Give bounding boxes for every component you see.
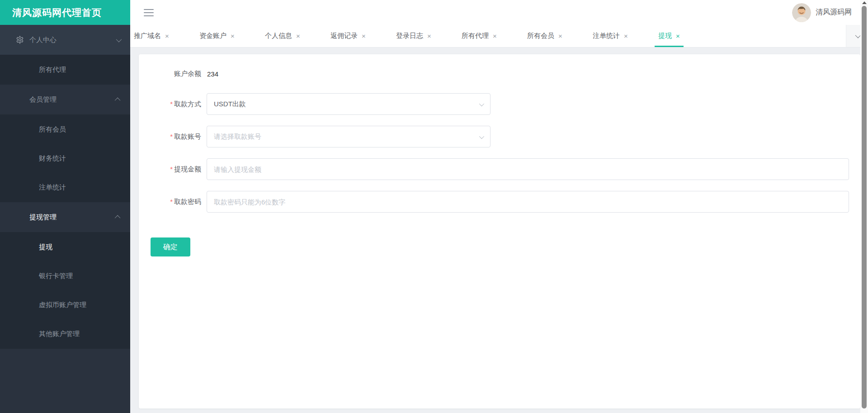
withdraw-method-value: USDT出款 <box>214 100 246 109</box>
tab-bar: 推广域名× 资金账户× 个人信息× 返佣记录× 登录日志× 所有代理× <box>130 25 868 47</box>
withdraw-account-select[interactable]: 请选择取款账号 <box>207 126 491 147</box>
tab-label: 返佣记录 <box>330 32 358 40</box>
account-balance-value: 234 <box>207 70 218 78</box>
hamburger-menu-icon[interactable] <box>144 9 154 16</box>
chevron-up-icon <box>115 215 121 221</box>
close-icon[interactable]: × <box>493 33 497 39</box>
tab-all-members[interactable]: 所有会员× <box>524 25 589 47</box>
required-mark: * <box>170 198 173 205</box>
sidebar-item-all-members[interactable]: 所有会员 <box>0 115 130 144</box>
form-row-withdraw-amount: *提现金额 <box>151 158 849 180</box>
site-logo-title: 清风源码网代理首页 <box>0 0 130 25</box>
tab-all-agents[interactable]: 所有代理× <box>458 25 524 47</box>
chevron-up-icon <box>115 97 121 103</box>
avatar[interactable] <box>792 3 811 22</box>
scrollbar-thumb[interactable] <box>862 6 867 408</box>
tab-label: 注单统计 <box>593 32 620 40</box>
close-icon[interactable]: × <box>362 33 366 39</box>
chevron-down-icon <box>479 101 484 106</box>
close-icon[interactable]: × <box>231 33 235 39</box>
withdraw-amount-label: *提现金额 <box>151 165 201 174</box>
form-row-withdraw-password: *取款密码 <box>151 191 849 213</box>
withdraw-account-placeholder: 请选择取款账号 <box>214 133 261 141</box>
sidebar-item-bank-card-management[interactable]: 银行卡管理 <box>0 261 130 290</box>
sidebar-item-label: 会员管理 <box>29 95 57 104</box>
sidebar-item-crypto-account-management[interactable]: 虚拟币账户管理 <box>0 290 130 319</box>
tab-fund-account[interactable]: 资金账户× <box>196 25 261 47</box>
user-menu[interactable]: 清风源码网 <box>792 3 852 22</box>
tab-rebate-records[interactable]: 返佣记录× <box>327 25 392 47</box>
sidebar-item-personal-center[interactable]: 个人中心 <box>0 25 130 55</box>
tab-bet-stats[interactable]: 注单统计× <box>589 25 655 47</box>
withdraw-method-label: *取款方式 <box>151 100 201 109</box>
sidebar-submenu-member: 所有会员 财务统计 注单统计 <box>0 114 130 202</box>
close-icon[interactable]: × <box>676 33 680 39</box>
withdraw-account-label: *取款账号 <box>151 133 201 141</box>
account-balance-row: 账户余额 234 <box>151 70 849 78</box>
sidebar-submenu-personal: 所有代理 <box>0 55 130 85</box>
confirm-button[interactable]: 确定 <box>151 237 190 256</box>
content-area: 账户余额 234 *取款方式 USDT出款 *取款账号 <box>130 47 868 413</box>
tab-label: 提现 <box>658 32 672 40</box>
form-row-withdraw-account: *取款账号 请选择取款账号 <box>151 126 849 147</box>
sidebar-item-finance-stats[interactable]: 财务统计 <box>0 144 130 173</box>
tab-login-logs[interactable]: 登录日志× <box>392 25 458 47</box>
chevron-down-icon <box>855 33 861 38</box>
chevron-down-icon <box>116 36 122 42</box>
topbar: 清风源码网 <box>130 0 868 25</box>
sidebar-item-label: 提现管理 <box>29 213 57 222</box>
sidebar-item-other-account-management[interactable]: 其他账户管理 <box>0 319 130 348</box>
withdraw-password-label: *取款密码 <box>151 198 201 206</box>
account-balance-label: 账户余额 <box>151 70 201 78</box>
sidebar-menu: 个人中心 所有代理 会员管理 所有会员 财务统计 注 <box>0 25 130 413</box>
close-icon[interactable]: × <box>427 33 431 39</box>
close-icon[interactable]: × <box>296 33 300 39</box>
vertical-scrollbar <box>860 0 868 413</box>
sidebar-item-label: 财务统计 <box>39 154 66 163</box>
sidebar-item-label: 所有代理 <box>39 66 66 74</box>
sidebar-item-label: 提现 <box>39 243 52 252</box>
withdraw-amount-input[interactable] <box>207 158 849 180</box>
app-window: 清风源码网代理首页 个人中心 所有代理 会员管理 <box>0 0 868 413</box>
gear-icon <box>15 35 24 44</box>
sidebar: 清风源码网代理首页 个人中心 所有代理 会员管理 <box>0 0 130 413</box>
withdraw-method-select[interactable]: USDT出款 <box>207 93 491 115</box>
withdraw-form-card: 账户余额 234 *取款方式 USDT出款 *取款账号 <box>139 54 860 408</box>
tab-withdraw[interactable]: 提现× <box>655 25 720 47</box>
scrollbar-up-arrow[interactable] <box>862 1 867 4</box>
required-mark: * <box>170 133 173 140</box>
main-column: 清风源码网 推广域名× 资金账户× 个人信息× 返佣记录× 登录日志× <box>130 0 868 413</box>
chevron-down-icon <box>479 134 484 139</box>
sidebar-item-label: 注单统计 <box>39 183 66 192</box>
sidebar-item-label: 虚拟币账户管理 <box>39 301 86 309</box>
tab-label: 所有代理 <box>462 32 489 40</box>
sidebar-item-label: 所有会员 <box>39 125 66 134</box>
sidebar-item-bet-stats[interactable]: 注单统计 <box>0 173 130 202</box>
tab-promo-domain[interactable]: 推广域名× <box>130 25 196 47</box>
user-name: 清风源码网 <box>816 8 852 17</box>
sidebar-item-member-management[interactable]: 会员管理 <box>0 85 130 114</box>
withdraw-password-input[interactable] <box>207 191 849 213</box>
sidebar-item-label: 个人中心 <box>29 36 57 44</box>
sidebar-item-all-agents[interactable]: 所有代理 <box>0 55 130 84</box>
tab-label: 推广域名 <box>134 32 161 40</box>
sidebar-item-withdraw-management[interactable]: 提现管理 <box>0 202 130 232</box>
sidebar-submenu-withdraw: 提现 银行卡管理 虚拟币账户管理 其他账户管理 <box>0 232 130 349</box>
form-row-withdraw-method: *取款方式 USDT出款 <box>151 93 849 115</box>
sidebar-item-label: 其他账户管理 <box>39 330 80 338</box>
tab-label: 个人信息 <box>265 32 292 40</box>
tab-personal-info[interactable]: 个人信息× <box>261 25 327 47</box>
tab-label: 所有会员 <box>527 32 554 40</box>
tab-label: 资金账户 <box>199 32 226 40</box>
close-icon[interactable]: × <box>624 33 628 39</box>
required-mark: * <box>170 100 173 108</box>
required-mark: * <box>170 165 173 173</box>
tab-list: 推广域名× 资金账户× 个人信息× 返佣记录× 登录日志× 所有代理× <box>130 25 846 47</box>
tab-label: 登录日志 <box>396 32 423 40</box>
sidebar-item-label: 银行卡管理 <box>39 272 73 280</box>
sidebar-item-withdraw[interactable]: 提现 <box>0 233 130 261</box>
close-icon[interactable]: × <box>165 33 169 39</box>
close-icon[interactable]: × <box>558 33 562 39</box>
